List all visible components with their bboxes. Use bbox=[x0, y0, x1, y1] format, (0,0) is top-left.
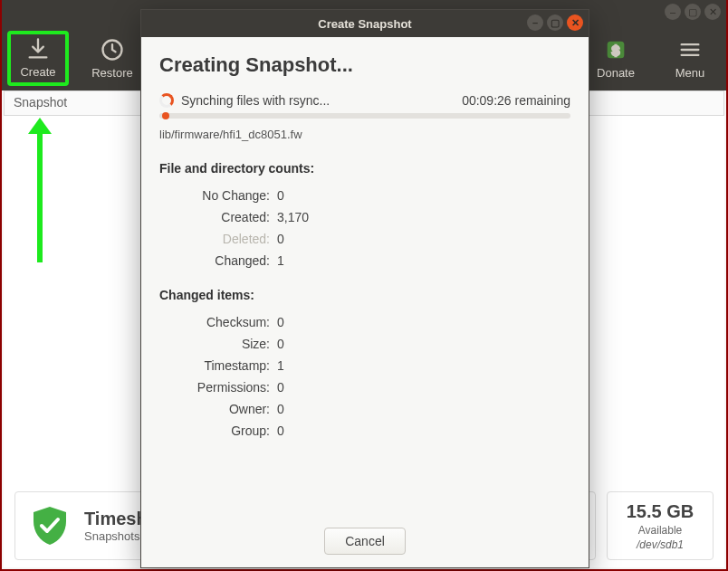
changed-label: Changed: bbox=[159, 250, 277, 271]
dialog-titlebar: Create Snapshot – ▢ ✕ bbox=[141, 10, 589, 37]
size-value: 0 bbox=[277, 333, 284, 355]
main-window-controls: – ▢ ✕ bbox=[665, 4, 721, 20]
progress-indicator bbox=[162, 112, 169, 119]
create-snapshot-dialog: Create Snapshot – ▢ ✕ Creating Snapshot.… bbox=[140, 9, 589, 568]
progress-bar bbox=[159, 113, 570, 119]
row-created: Created:3,170 bbox=[159, 206, 570, 228]
dialog-window-controls: – ▢ ✕ bbox=[527, 14, 583, 31]
row-group: Group:0 bbox=[159, 420, 570, 442]
row-checksum: Checksum:0 bbox=[159, 311, 570, 333]
owner-value: 0 bbox=[277, 398, 284, 420]
row-size: Size:0 bbox=[159, 333, 570, 355]
status-text: Timesh Snapshots bbox=[84, 509, 148, 543]
status-title: Timesh bbox=[84, 509, 148, 529]
download-icon bbox=[25, 36, 51, 62]
owner-label: Owner: bbox=[159, 398, 277, 420]
no-change-label: No Change: bbox=[159, 185, 277, 206]
counts-heading: File and directory counts: bbox=[159, 161, 570, 176]
svg-text:$: $ bbox=[612, 42, 620, 57]
no-change-value: 0 bbox=[277, 185, 284, 206]
dialog-minimize-icon[interactable]: – bbox=[527, 14, 543, 31]
created-value: 3,170 bbox=[277, 206, 309, 228]
cancel-button[interactable]: Cancel bbox=[324, 528, 406, 555]
deleted-value: 0 bbox=[277, 228, 284, 250]
deleted-label: Deleted: bbox=[159, 228, 277, 250]
restore-label: Restore bbox=[91, 66, 133, 80]
status-subtitle: Snapshots bbox=[84, 529, 148, 543]
timestamp-label: Timestamp: bbox=[159, 355, 277, 376]
dialog-title: Create Snapshot bbox=[318, 17, 411, 31]
group-value: 0 bbox=[277, 420, 284, 442]
row-timestamp: Timestamp:1 bbox=[159, 355, 570, 376]
permissions-label: Permissions: bbox=[159, 376, 277, 398]
time-remaining: 00:09:26 remaining bbox=[462, 93, 570, 108]
row-owner: Owner:0 bbox=[159, 398, 570, 420]
sync-status-row: Synching files with rsync... 00:09:26 re… bbox=[159, 93, 570, 108]
arrow-line bbox=[37, 128, 43, 262]
row-changed: Changed:1 bbox=[159, 250, 570, 271]
restore-button[interactable]: Restore bbox=[83, 37, 141, 80]
group-label: Group: bbox=[159, 420, 277, 442]
dialog-maximize-icon[interactable]: ▢ bbox=[547, 14, 563, 31]
changed-value: 1 bbox=[277, 250, 284, 271]
sync-text: Synching files with rsync... bbox=[181, 93, 330, 108]
dialog-footer: Cancel bbox=[141, 520, 589, 567]
permissions-value: 0 bbox=[277, 376, 284, 398]
current-file-path: lib/firmware/hfi1_dc8051.fw bbox=[159, 128, 570, 141]
disk-device: /dev/sdb1 bbox=[637, 538, 684, 551]
menu-button[interactable]: Menu bbox=[661, 37, 719, 80]
disk-card: 15.5 GB Available /dev/sdb1 bbox=[607, 491, 714, 560]
row-deleted: Deleted:0 bbox=[159, 228, 570, 250]
disk-available-label: Available bbox=[638, 524, 682, 537]
create-button[interactable]: Create bbox=[9, 33, 67, 84]
dialog-heading: Creating Snapshot... bbox=[159, 53, 570, 77]
disk-size: 15.5 GB bbox=[627, 501, 694, 522]
checksum-value: 0 bbox=[277, 311, 284, 333]
close-icon[interactable]: ✕ bbox=[704, 4, 721, 20]
create-label: Create bbox=[20, 65, 55, 79]
dialog-body: Creating Snapshot... Synching files with… bbox=[141, 37, 589, 520]
changed-items-heading: Changed items: bbox=[159, 288, 570, 302]
spinner-icon bbox=[159, 93, 174, 108]
clock-icon bbox=[100, 37, 125, 62]
donate-label: Donate bbox=[597, 66, 635, 80]
size-label: Size: bbox=[159, 333, 277, 355]
row-permissions: Permissions:0 bbox=[159, 376, 570, 398]
hamburger-icon bbox=[677, 37, 703, 62]
maximize-icon[interactable]: ▢ bbox=[685, 4, 701, 20]
donate-button[interactable]: $ Donate bbox=[587, 37, 645, 80]
row-no-change: No Change:0 bbox=[159, 185, 570, 206]
annotation-arrow bbox=[32, 118, 48, 262]
dialog-close-icon[interactable]: ✕ bbox=[567, 14, 583, 31]
shield-check-icon bbox=[28, 504, 72, 547]
created-label: Created: bbox=[159, 206, 277, 228]
menu-label: Menu bbox=[675, 66, 705, 80]
minimize-icon[interactable]: – bbox=[665, 4, 681, 20]
timestamp-value: 1 bbox=[277, 355, 284, 376]
checksum-label: Checksum: bbox=[159, 311, 277, 333]
dollar-icon: $ bbox=[603, 37, 628, 62]
